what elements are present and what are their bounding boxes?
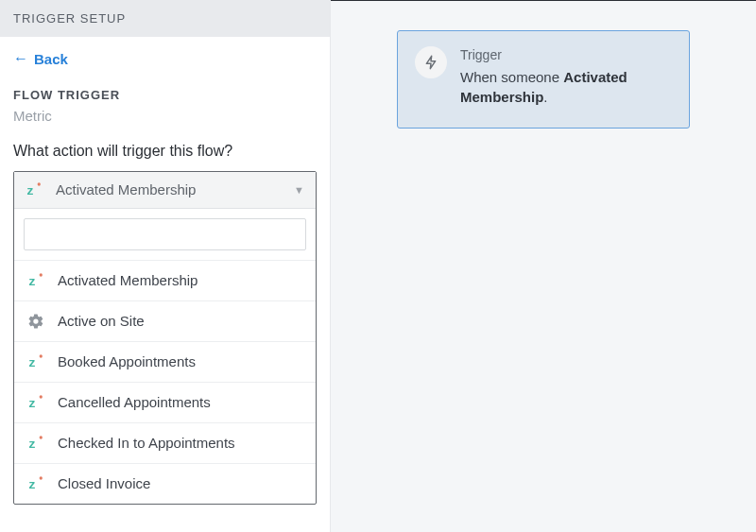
flow-canvas: Trigger When someone Activated Membershi… (331, 0, 756, 532)
lightning-icon (415, 46, 447, 78)
dropdown-option[interactable]: zClosed Invoice (14, 464, 316, 504)
chevron-down-icon: ▼ (294, 184, 304, 196)
svg-point-10 (40, 476, 43, 479)
section-title: FLOW TRIGGER (13, 88, 317, 102)
svg-point-8 (40, 436, 43, 438)
dropdown-option[interactable]: zCancelled Appointments (14, 383, 316, 423)
section-subtitle: Metric (13, 108, 317, 124)
z-brand-icon: z (27, 475, 44, 492)
dropdown-option-label: Booked Appointments (58, 353, 196, 369)
dropdown-option[interactable]: zBooked Appointments (14, 342, 316, 383)
trigger-metric-dropdown: z Activated Membership ▼ zActivated Memb… (13, 171, 317, 505)
dropdown-option-label: Checked In to Appointments (58, 435, 235, 451)
dropdown-options-list: zActivated MembershipActive on SitezBook… (14, 261, 316, 504)
svg-text:z: z (29, 437, 36, 451)
trigger-question: What action will trigger this flow? (13, 143, 317, 160)
z-brand-icon: z (27, 394, 44, 411)
trigger-text-prefix: When someone (460, 69, 563, 85)
trigger-text-suffix: . (543, 89, 547, 105)
sidebar-body: ← Back FLOW TRIGGER Metric What action w… (0, 37, 330, 518)
dropdown-search-input[interactable] (24, 218, 306, 250)
dropdown-option-label: Cancelled Appointments (58, 394, 211, 410)
z-brand-icon: z (27, 435, 44, 452)
svg-text:z: z (29, 396, 36, 410)
panel-header: TRIGGER SETUP (0, 0, 330, 37)
trigger-card-text: When someone Activated Membership. (460, 67, 672, 107)
svg-point-6 (40, 395, 43, 398)
z-brand-icon: z (27, 353, 44, 370)
svg-text:z: z (29, 477, 36, 491)
arrow-left-icon: ← (13, 51, 28, 66)
trigger-card-label: Trigger (460, 46, 672, 65)
dropdown-option[interactable]: zActivated Membership (14, 261, 316, 301)
z-brand-icon: z (26, 181, 43, 198)
dropdown-option-label: Active on Site (58, 313, 145, 329)
svg-point-0 (38, 182, 41, 185)
dropdown-container: z Activated Membership ▼ zActivated Memb… (13, 171, 317, 505)
svg-point-2 (40, 273, 43, 276)
dropdown-search-row (14, 209, 316, 261)
svg-text:z: z (27, 183, 34, 197)
dropdown-option[interactable]: Active on Site (14, 301, 316, 342)
dropdown-option-label: Activated Membership (58, 272, 198, 288)
back-button[interactable]: ← Back (13, 51, 68, 67)
dropdown-selected-text: Activated Membership (56, 181, 294, 197)
back-label: Back (34, 51, 68, 67)
svg-text:z: z (29, 274, 36, 288)
panel-title: TRIGGER SETUP (13, 11, 126, 26)
trigger-card-body: Trigger When someone Activated Membershi… (460, 46, 672, 107)
dropdown-option[interactable]: zChecked In to Appointments (14, 423, 316, 464)
gear-icon (27, 313, 44, 330)
app-root: TRIGGER SETUP ← Back FLOW TRIGGER Metric… (0, 0, 756, 532)
svg-text:z: z (29, 355, 36, 369)
dropdown-selected[interactable]: z Activated Membership ▼ (14, 172, 316, 209)
trigger-card[interactable]: Trigger When someone Activated Membershi… (397, 30, 690, 129)
sidebar-panel: TRIGGER SETUP ← Back FLOW TRIGGER Metric… (0, 0, 331, 532)
z-brand-icon: z (27, 272, 44, 289)
dropdown-option-label: Closed Invoice (58, 475, 150, 491)
svg-point-4 (40, 354, 43, 357)
